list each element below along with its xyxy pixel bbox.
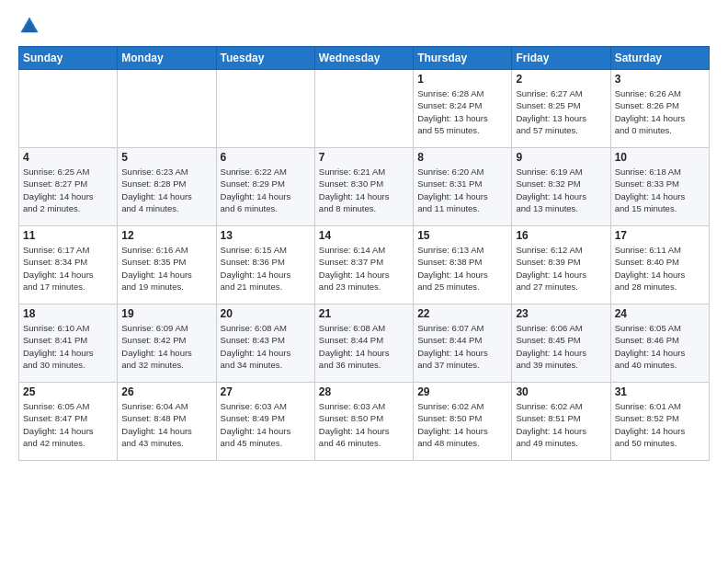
calendar-cell: 28Sunrise: 6:03 AM Sunset: 8:50 PM Dayli… [314,383,413,461]
calendar-cell: 30Sunrise: 6:02 AM Sunset: 8:51 PM Dayli… [512,383,610,461]
day-number: 27 [221,385,311,398]
calendar-cell: 25Sunrise: 6:05 AM Sunset: 8:47 PM Dayli… [19,383,118,461]
calendar-cell: 31Sunrise: 6:01 AM Sunset: 8:52 PM Dayli… [610,383,709,461]
day-number: 30 [516,385,606,398]
day-info: Sunrise: 6:13 AM Sunset: 8:38 PM Dayligh… [417,244,507,293]
day-info: Sunrise: 6:17 AM Sunset: 8:34 PM Dayligh… [23,244,113,293]
day-info: Sunrise: 6:03 AM Sunset: 8:50 PM Dayligh… [319,400,409,449]
day-info: Sunrise: 6:20 AM Sunset: 8:31 PM Dayligh… [417,166,507,214]
day-number: 29 [417,385,507,398]
calendar-cell [314,70,413,148]
day-number: 6 [221,151,311,164]
weekday-header: Thursday [414,47,512,70]
day-number: 22 [417,307,507,320]
calendar-cell [118,70,216,148]
day-number: 3 [615,73,705,86]
calendar-cell: 1Sunrise: 6:28 AM Sunset: 8:24 PM Daylig… [414,70,512,148]
calendar-cell: 6Sunrise: 6:22 AM Sunset: 8:29 PM Daylig… [216,148,314,226]
day-number: 20 [221,307,311,320]
calendar-cell: 18Sunrise: 6:10 AM Sunset: 8:41 PM Dayli… [19,304,118,383]
calendar-cell: 14Sunrise: 6:14 AM Sunset: 8:37 PM Dayli… [314,226,413,304]
day-info: Sunrise: 6:11 AM Sunset: 8:40 PM Dayligh… [615,244,705,293]
calendar-cell: 17Sunrise: 6:11 AM Sunset: 8:40 PM Dayli… [610,226,709,304]
day-info: Sunrise: 6:15 AM Sunset: 8:36 PM Dayligh… [221,244,311,293]
day-info: Sunrise: 6:05 AM Sunset: 8:46 PM Dayligh… [615,322,705,371]
day-number: 15 [417,229,507,242]
calendar-cell: 29Sunrise: 6:02 AM Sunset: 8:50 PM Dayli… [414,383,512,461]
calendar-week-row: 18Sunrise: 6:10 AM Sunset: 8:41 PM Dayli… [19,304,710,383]
weekday-header: Friday [512,47,610,70]
day-number: 13 [221,229,311,242]
day-info: Sunrise: 6:28 AM Sunset: 8:24 PM Dayligh… [417,87,507,136]
calendar-cell: 24Sunrise: 6:05 AM Sunset: 8:46 PM Dayli… [610,304,709,383]
calendar-cell: 5Sunrise: 6:23 AM Sunset: 8:28 PM Daylig… [118,148,216,226]
day-number: 1 [417,73,507,86]
day-number: 23 [516,307,606,320]
day-number: 19 [121,307,211,320]
day-number: 17 [615,229,705,242]
day-info: Sunrise: 6:27 AM Sunset: 8:25 PM Dayligh… [516,87,606,136]
calendar-cell: 20Sunrise: 6:08 AM Sunset: 8:43 PM Dayli… [216,304,314,383]
day-number: 14 [319,229,409,242]
day-info: Sunrise: 6:21 AM Sunset: 8:30 PM Dayligh… [319,166,409,214]
day-info: Sunrise: 6:16 AM Sunset: 8:35 PM Dayligh… [121,244,211,293]
calendar-cell [216,70,314,148]
calendar-cell: 22Sunrise: 6:07 AM Sunset: 8:44 PM Dayli… [414,304,512,383]
day-info: Sunrise: 6:12 AM Sunset: 8:39 PM Dayligh… [516,244,606,293]
day-info: Sunrise: 6:08 AM Sunset: 8:43 PM Dayligh… [221,322,311,371]
day-info: Sunrise: 6:23 AM Sunset: 8:28 PM Dayligh… [121,166,211,214]
weekday-header: Saturday [610,47,709,70]
day-info: Sunrise: 6:14 AM Sunset: 8:37 PM Dayligh… [319,244,409,293]
day-number: 21 [319,307,409,320]
day-info: Sunrise: 6:02 AM Sunset: 8:51 PM Dayligh… [516,400,606,449]
logo [18,15,44,37]
calendar-cell: 23Sunrise: 6:06 AM Sunset: 8:45 PM Dayli… [512,304,610,383]
day-number: 31 [615,385,705,398]
day-number: 26 [121,385,211,398]
calendar-cell: 4Sunrise: 6:25 AM Sunset: 8:27 PM Daylig… [19,148,118,226]
calendar-cell: 21Sunrise: 6:08 AM Sunset: 8:44 PM Dayli… [314,304,413,383]
calendar-cell: 27Sunrise: 6:03 AM Sunset: 8:49 PM Dayli… [216,383,314,461]
logo-icon [18,15,40,37]
day-number: 12 [121,229,211,242]
calendar-body: 1Sunrise: 6:28 AM Sunset: 8:24 PM Daylig… [19,70,710,461]
day-info: Sunrise: 6:05 AM Sunset: 8:47 PM Dayligh… [23,400,113,449]
day-info: Sunrise: 6:26 AM Sunset: 8:26 PM Dayligh… [615,87,705,136]
calendar-cell: 11Sunrise: 6:17 AM Sunset: 8:34 PM Dayli… [19,226,118,304]
day-number: 5 [121,151,211,164]
day-info: Sunrise: 6:19 AM Sunset: 8:32 PM Dayligh… [516,166,606,214]
calendar-week-row: 4Sunrise: 6:25 AM Sunset: 8:27 PM Daylig… [19,148,710,226]
calendar-cell [19,70,118,148]
calendar-cell: 15Sunrise: 6:13 AM Sunset: 8:38 PM Dayli… [414,226,512,304]
day-info: Sunrise: 6:25 AM Sunset: 8:27 PM Dayligh… [23,166,113,214]
calendar-week-row: 11Sunrise: 6:17 AM Sunset: 8:34 PM Dayli… [19,226,710,304]
day-number: 2 [516,73,606,86]
day-info: Sunrise: 6:06 AM Sunset: 8:45 PM Dayligh… [516,322,606,371]
calendar-cell: 8Sunrise: 6:20 AM Sunset: 8:31 PM Daylig… [414,148,512,226]
day-number: 18 [23,307,113,320]
day-info: Sunrise: 6:07 AM Sunset: 8:44 PM Dayligh… [417,322,507,371]
day-info: Sunrise: 6:03 AM Sunset: 8:49 PM Dayligh… [221,400,311,449]
day-number: 4 [23,151,113,164]
day-number: 8 [417,151,507,164]
weekday-row: SundayMondayTuesdayWednesdayThursdayFrid… [19,47,710,70]
day-info: Sunrise: 6:08 AM Sunset: 8:44 PM Dayligh… [319,322,409,371]
day-number: 10 [615,151,705,164]
calendar-week-row: 1Sunrise: 6:28 AM Sunset: 8:24 PM Daylig… [19,70,710,148]
weekday-header: Wednesday [314,47,413,70]
calendar-cell: 9Sunrise: 6:19 AM Sunset: 8:32 PM Daylig… [512,148,610,226]
calendar-header: SundayMondayTuesdayWednesdayThursdayFrid… [19,47,710,70]
calendar: SundayMondayTuesdayWednesdayThursdayFrid… [18,46,710,461]
calendar-cell: 26Sunrise: 6:04 AM Sunset: 8:48 PM Dayli… [118,383,216,461]
day-info: Sunrise: 6:04 AM Sunset: 8:48 PM Dayligh… [121,400,211,449]
day-number: 28 [319,385,409,398]
day-number: 24 [615,307,705,320]
calendar-cell: 19Sunrise: 6:09 AM Sunset: 8:42 PM Dayli… [118,304,216,383]
day-number: 25 [23,385,113,398]
calendar-cell: 13Sunrise: 6:15 AM Sunset: 8:36 PM Dayli… [216,226,314,304]
day-info: Sunrise: 6:22 AM Sunset: 8:29 PM Dayligh… [221,166,311,214]
day-number: 7 [319,151,409,164]
calendar-cell: 10Sunrise: 6:18 AM Sunset: 8:33 PM Dayli… [610,148,709,226]
calendar-week-row: 25Sunrise: 6:05 AM Sunset: 8:47 PM Dayli… [19,383,710,461]
day-info: Sunrise: 6:10 AM Sunset: 8:41 PM Dayligh… [23,322,113,371]
